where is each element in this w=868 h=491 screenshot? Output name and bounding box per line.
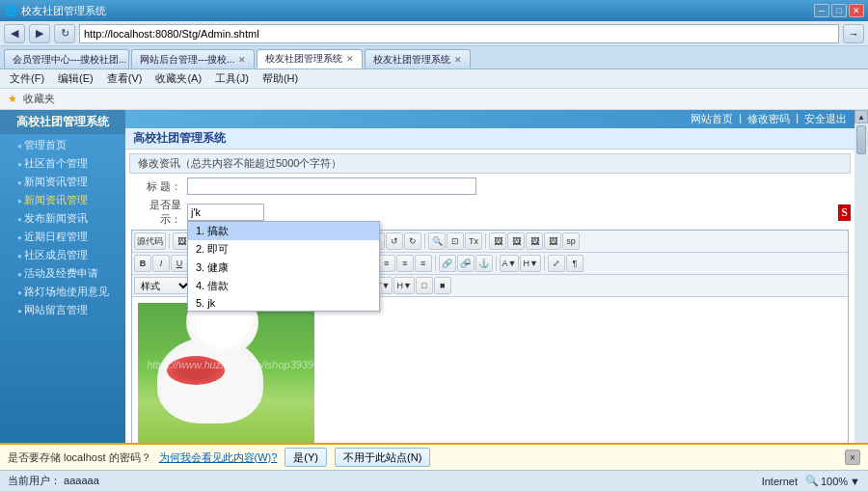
tab-2-label: 校友社团管理系统 (265, 52, 342, 66)
rte-btn-bgcolor[interactable]: H▼ (520, 255, 540, 272)
page-subtitle: 高校社团管理系统 (125, 128, 854, 150)
sidebar-item-activity[interactable]: ●活动及经费申请 (4, 264, 122, 283)
site-home-link[interactable]: 网站首页 (691, 112, 733, 126)
rte-btn-unlink[interactable]: 🔗̶ (457, 255, 475, 272)
rte-btn-special2[interactable]: ■ (434, 277, 451, 294)
tab-0-label: 会员管理中心---搜校社团... (13, 53, 126, 67)
popup-link[interactable]: 为何我会看见此内容(W)? (159, 450, 278, 465)
internet-zone: Internet (762, 476, 798, 487)
rte-btn-aligncenter[interactable]: ≡ (378, 255, 395, 272)
tab-2[interactable]: 校友社团管理系统 ✕ (257, 49, 363, 68)
display-input[interactable] (187, 204, 264, 221)
rte-btn-redo[interactable]: ↻ (404, 232, 421, 250)
modify-pwd-link[interactable]: 修改密码 (747, 112, 790, 126)
rte-btn-maximize[interactable]: ⤢ (548, 255, 565, 272)
rte-btn-bgcolor2[interactable]: H▼ (393, 277, 414, 294)
rte-btn-undo[interactable]: ↺ (386, 232, 403, 250)
popup-yes-button[interactable]: 是(Y) (285, 448, 327, 467)
title-input[interactable] (187, 177, 476, 195)
menu-tools[interactable]: 工具(J) (209, 70, 255, 88)
menu-file[interactable]: 文件(F) (4, 70, 50, 88)
header-sep2: | (796, 112, 799, 126)
rte-btn-link2[interactable]: 🔗 (439, 255, 456, 272)
popup-no-button[interactable]: 不用于此站点(N) (335, 448, 430, 467)
tab-1-label: 网站后台管理---搜校... (140, 53, 234, 67)
ac-item-0[interactable]: 1. 搞款 (188, 222, 379, 240)
tab-3[interactable]: 校友社团管理系统 ✕ (365, 49, 471, 68)
rte-btn-alignjustify[interactable]: ≡ (415, 255, 432, 272)
ac-item-1[interactable]: 2. 即可 (188, 240, 379, 259)
sidebar-title: 高校社团管理系统 (0, 110, 125, 134)
dot-icon-3: ● (17, 178, 22, 187)
dot-icon-6: ● (17, 233, 22, 242)
rte-btn-selectall[interactable]: ⊡ (447, 232, 464, 250)
rte-btn-italic[interactable]: I (152, 255, 170, 272)
status-right: Internet 🔍 100% ▼ (762, 475, 860, 487)
safe-exit-link[interactable]: 安全退出 (804, 112, 847, 126)
rte-btn-find[interactable]: 🔍 (428, 232, 446, 250)
popup-close-button[interactable]: × (845, 450, 860, 465)
rte-style-select[interactable]: 样式 (134, 277, 192, 294)
rte-image: https://www.huzhan.com/ishop39397 (138, 303, 314, 443)
maximize-button[interactable]: □ (831, 4, 847, 17)
dog-collar (167, 356, 225, 385)
minimize-button[interactable]: ─ (814, 4, 829, 17)
rte-body[interactable]: https://www.huzhan.com/ishop39397 (132, 297, 848, 451)
rte-btn-special[interactable]: □ (416, 277, 433, 294)
rte-btn-bold[interactable]: B (134, 255, 151, 272)
menu-help[interactable]: 帮助(H) (257, 70, 304, 88)
scroll-thumb[interactable] (856, 125, 866, 154)
zoom-control[interactable]: 🔍 100% ▼ (805, 475, 860, 487)
scroll-up-button[interactable]: ▲ (854, 110, 868, 123)
sidebar-item-publish[interactable]: ●发布新闻资讯 (4, 209, 122, 228)
rte-btn-spell[interactable]: sp (562, 232, 580, 250)
sidebar-item-messages[interactable]: ●网站留言管理 (4, 301, 122, 319)
dot-icon-9: ● (17, 288, 22, 297)
rte-btn-img3[interactable]: 🖼 (507, 232, 525, 250)
menu-view[interactable]: 查看(V) (101, 70, 149, 88)
ac-item-3[interactable]: 4. 借款 (188, 277, 379, 295)
menu-edit[interactable]: 编辑(E) (52, 70, 99, 88)
rte-btn-fgcolor[interactable]: A▼ (500, 255, 520, 272)
rte-btn-alignright[interactable]: ≡ (396, 255, 414, 272)
zoom-level: 100% (821, 476, 848, 487)
tab-3-close[interactable]: ✕ (454, 55, 462, 65)
ac-item-2[interactable]: 3. 健康 (188, 259, 379, 277)
sidebar-item-home[interactable]: ●管理首页 (4, 136, 122, 154)
sidebar-item-news1[interactable]: ●新闻资讯管理 (4, 173, 122, 191)
tab-1-close[interactable]: ✕ (238, 55, 246, 65)
close-button[interactable]: ✕ (849, 4, 864, 17)
rte-sep-1 (169, 233, 170, 249)
dot-icon-8: ● (17, 270, 22, 279)
tab-bar: 会员管理中心---搜校社团... ✕ 网站后台管理---搜校... ✕ 校友社团… (0, 46, 868, 69)
menu-favorites[interactable]: 收藏夹(A) (149, 70, 207, 88)
back-button[interactable]: ◀ (4, 24, 25, 43)
sidebar-item-venue[interactable]: ●路灯场地使用意见 (4, 283, 122, 301)
rte-btn-img4[interactable]: 🖼 (526, 232, 543, 250)
sidebar-item-members[interactable]: ●社区成员管理 (4, 246, 122, 264)
refresh-button[interactable]: ↻ (54, 24, 75, 43)
forward-button[interactable]: ▶ (29, 24, 50, 43)
rte-btn-underline[interactable]: U (171, 255, 188, 272)
sidebar-item-schedule[interactable]: ●近期日程管理 (4, 228, 122, 246)
rte-btn-img2[interactable]: 🖼 (489, 232, 506, 250)
go-button[interactable]: → (843, 24, 864, 43)
rte-btn-source[interactable]: 源代码 (134, 232, 166, 250)
sidebar-item-community[interactable]: ●社区首个管理 (4, 154, 122, 173)
address-input[interactable] (79, 24, 839, 43)
form-area: 修改资讯（总共内容不能超过5000个字符） 标 题： 是否显示： 1. 搞款 2… (125, 150, 854, 470)
rte-btn-img5[interactable]: 🖼 (544, 232, 561, 250)
tab-2-close[interactable]: ✕ (346, 54, 354, 64)
sidebar-item-news2[interactable]: ●新闻资讯管理 (4, 191, 122, 209)
browser-icon: 🌐 (4, 5, 17, 17)
dot-icon-5: ● (17, 215, 22, 224)
dot-icon-10: ● (17, 307, 22, 315)
tab-1[interactable]: 网站后台管理---搜校... ✕ (131, 49, 255, 68)
rte-sep-9 (435, 256, 436, 271)
rte-btn-showall[interactable]: ¶ (566, 255, 583, 272)
tab-0[interactable]: 会员管理中心---搜校社团... ✕ (4, 49, 129, 68)
rte-sep-10 (496, 256, 497, 271)
ac-item-4[interactable]: 5. jk (188, 295, 379, 311)
rte-btn-anchor[interactable]: ⚓ (475, 255, 493, 272)
rte-btn-removeformat[interactable]: Tx (465, 232, 482, 250)
